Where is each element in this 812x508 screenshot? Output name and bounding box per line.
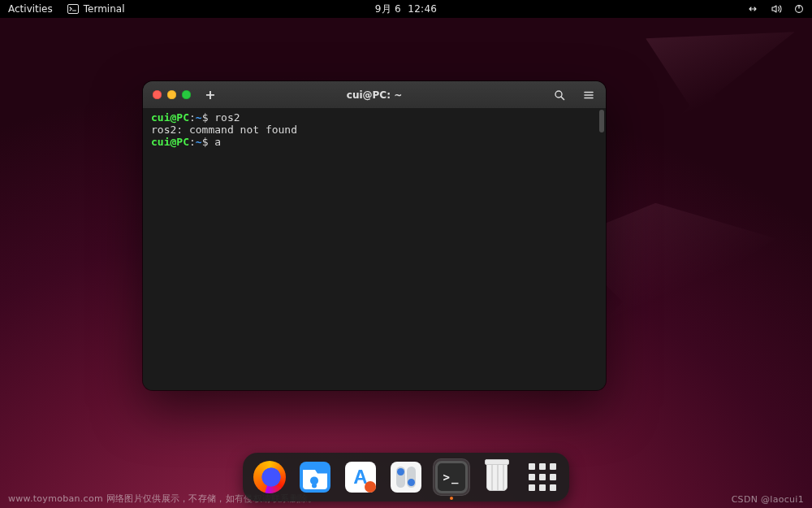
- dock-item-settings[interactable]: [387, 458, 425, 496]
- terminal-window[interactable]: + cui@PC: ~ cui@PC:~$ ros2 ros2: command…: [143, 81, 606, 390]
- new-tab-button[interactable]: +: [202, 87, 218, 103]
- watermark-right: CSDN @laocui1: [732, 494, 804, 505]
- svg-line-4: [561, 97, 564, 100]
- hamburger-menu-button[interactable]: [581, 88, 596, 102]
- terminal-line: cui@PC:~$ a: [151, 136, 598, 148]
- search-icon: [554, 89, 565, 101]
- close-button[interactable]: [153, 90, 162, 99]
- menu-icon: [583, 89, 594, 101]
- terminal-icon: [67, 4, 79, 14]
- app-menu-label: Terminal: [84, 3, 125, 15]
- network-icon: [745, 4, 760, 14]
- apps-grid-icon: [529, 463, 556, 491]
- window-title: cui@PC: ~: [347, 89, 402, 101]
- terminal-line: ros2: command not found: [151, 124, 598, 136]
- terminal-body[interactable]: cui@PC:~$ ros2 ros2: command not found c…: [143, 108, 606, 390]
- dock-item-terminal[interactable]: [433, 458, 470, 496]
- minimize-button[interactable]: [167, 90, 176, 99]
- activities-button[interactable]: Activities: [8, 3, 53, 15]
- dock-item-firefox[interactable]: [251, 458, 288, 496]
- files-icon: [300, 462, 330, 493]
- top-panel-left: Activities Terminal: [8, 3, 124, 15]
- power-icon: [794, 4, 804, 14]
- dock: [243, 453, 569, 501]
- maximize-button[interactable]: [182, 90, 191, 99]
- volume-icon: [771, 4, 783, 14]
- scrollbar-thumb[interactable]: [599, 110, 604, 132]
- terminal-line: cui@PC:~$ ros2: [151, 111, 598, 124]
- clock[interactable]: 9月 6 12:46: [375, 2, 438, 16]
- running-indicator: [450, 497, 453, 500]
- svg-rect-0: [67, 5, 78, 14]
- software-center-icon: [345, 462, 376, 493]
- firefox-icon: [253, 461, 286, 493]
- dock-item-software[interactable]: [342, 458, 379, 496]
- dock-item-trash[interactable]: [478, 458, 516, 496]
- app-menu[interactable]: Terminal: [67, 3, 125, 15]
- top-panel: Activities Terminal 9月 6 12:46: [0, 0, 812, 18]
- dock-item-files[interactable]: [296, 458, 334, 496]
- dock-item-show-applications[interactable]: [524, 458, 561, 496]
- system-tray[interactable]: [745, 4, 804, 14]
- search-button[interactable]: [552, 88, 567, 102]
- terminal-icon: [435, 461, 468, 493]
- terminal-titlebar[interactable]: + cui@PC: ~: [143, 81, 606, 108]
- window-controls: [153, 90, 191, 99]
- trash-icon: [486, 463, 508, 491]
- settings-icon: [391, 462, 421, 493]
